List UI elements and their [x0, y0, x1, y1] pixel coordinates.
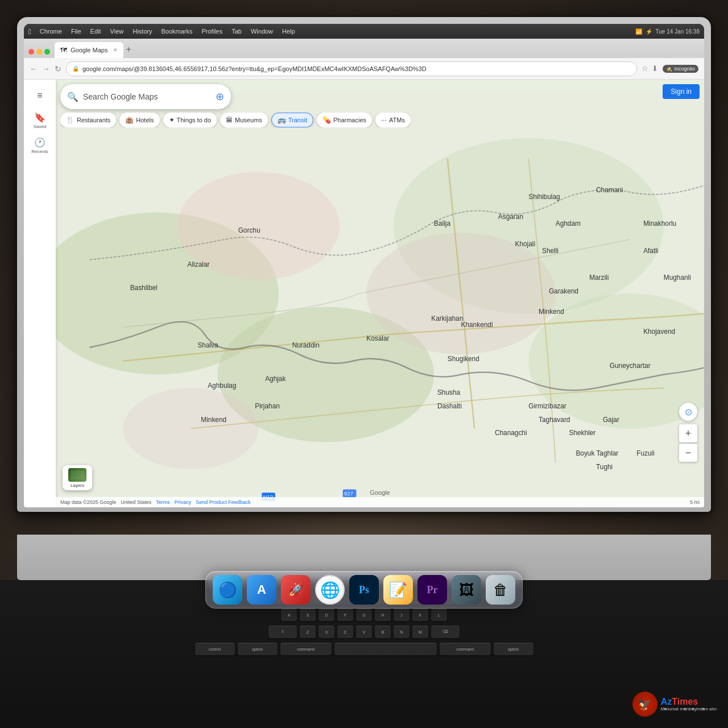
key-control[interactable]: control: [195, 643, 235, 655]
filter-label-atms: ATMs: [389, 117, 405, 123]
new-tab-button[interactable]: +: [126, 44, 131, 55]
key-c[interactable]: C: [337, 626, 353, 638]
svg-text:Girmizibazar: Girmizibazar: [528, 402, 566, 410]
download-icon[interactable]: ⬇: [652, 64, 658, 73]
dock-notes[interactable]: 📝: [383, 575, 413, 605]
key-z[interactable]: Z: [300, 626, 316, 638]
key-j[interactable]: J: [394, 609, 410, 621]
minimize-button[interactable]: [36, 49, 42, 55]
svg-text:Afatli: Afatli: [643, 247, 658, 255]
key-space[interactable]: [334, 643, 437, 655]
keyboard-row-4: control option command command option: [195, 643, 533, 655]
menu-edit[interactable]: Edit: [88, 28, 104, 35]
key-f[interactable]: F: [337, 609, 353, 621]
url-box[interactable]: 🔒 google.com/maps/@39.8136045,46.6556917…: [66, 61, 637, 76]
menu-profiles[interactable]: Profiles: [199, 28, 226, 35]
active-tab[interactable]: 🗺 Google Maps ✕: [55, 42, 123, 58]
key-n[interactable]: N: [394, 626, 410, 638]
layers-button[interactable]: Layers: [63, 465, 92, 490]
menu-help[interactable]: Help: [279, 28, 298, 35]
filter-chip-transit[interactable]: 🚌 Transit: [271, 113, 313, 127]
sidebar-saved-button[interactable]: 🔖 Saved: [28, 109, 51, 132]
premiere-icon: Pr: [427, 584, 438, 596]
dock-photoshop[interactable]: Ps: [349, 575, 379, 605]
incognito-icon: 🕵: [666, 66, 672, 72]
terms-link[interactable]: Terms: [156, 499, 170, 505]
menu-history[interactable]: History: [130, 28, 155, 35]
filter-chip-atms[interactable]: ··· ATMs: [375, 113, 411, 127]
feedback-link[interactable]: Send Product Feedback: [196, 499, 251, 505]
locate-button[interactable]: ⊙: [679, 403, 697, 421]
lock-icon: 🔒: [72, 65, 79, 72]
tab-bar: 🗺 Google Maps ✕ +: [24, 39, 704, 58]
filter-chip-restaurants[interactable]: 🍴 Restaurants: [60, 113, 116, 127]
dock-finder[interactable]: 🔵: [213, 575, 242, 605]
key-option-right[interactable]: option: [494, 643, 533, 655]
zoom-in-button[interactable]: +: [679, 424, 697, 442]
svg-text:Garakend: Garakend: [549, 287, 578, 295]
filter-label-hotels: Hotels: [136, 117, 154, 123]
svg-text:Gajar: Gajar: [603, 416, 619, 424]
menu-tab[interactable]: Tab: [229, 28, 245, 35]
svg-text:Shugikend: Shugikend: [448, 355, 479, 363]
key-a[interactable]: A: [281, 609, 297, 621]
filter-label-things: Things to do: [177, 117, 212, 123]
appstore-icon: A: [257, 582, 266, 597]
menu-view[interactable]: View: [107, 28, 127, 35]
dock-trash[interactable]: 🗑: [486, 575, 515, 605]
zoom-out-button[interactable]: −: [679, 444, 697, 462]
key-shift[interactable]: ⇧: [268, 626, 297, 638]
filter-chip-museums[interactable]: 🏛 Museums: [220, 113, 268, 127]
maximize-button[interactable]: [44, 49, 50, 55]
key-v[interactable]: V: [356, 626, 372, 638]
tab-close-icon[interactable]: ✕: [113, 47, 118, 53]
filter-chip-hotels[interactable]: 🏨 Hotels: [119, 113, 159, 127]
key-k[interactable]: K: [412, 609, 428, 621]
filter-chip-pharmacies[interactable]: 💊 Pharmacies: [317, 113, 372, 127]
key-h[interactable]: H: [375, 609, 391, 621]
svg-text:Chamani: Chamani: [596, 186, 623, 194]
dock-launchpad[interactable]: 🚀: [281, 575, 311, 605]
apple-menu-icon[interactable]: : [28, 27, 31, 36]
bookmark-icon[interactable]: ☆: [642, 64, 648, 73]
close-button[interactable]: [28, 49, 34, 55]
menu-file[interactable]: File: [68, 28, 84, 35]
svg-text:Mughanli: Mughanli: [664, 274, 691, 282]
key-g[interactable]: G: [356, 609, 372, 621]
dock-appstore[interactable]: A: [247, 575, 276, 605]
search-icon: 🔍: [67, 92, 78, 102]
menu-window[interactable]: Window: [248, 28, 276, 35]
key-command-right[interactable]: command: [440, 643, 491, 655]
forward-button[interactable]: →: [42, 64, 50, 73]
scale-label: 5 mi: [690, 499, 700, 505]
laptop-body:  Chrome File Edit View History Bookmark…: [17, 17, 711, 512]
key-d[interactable]: D: [318, 609, 334, 621]
restaurants-icon: 🍴: [66, 116, 75, 124]
key-l[interactable]: L: [431, 609, 447, 621]
sidebar-menu-button[interactable]: ≡: [28, 84, 51, 107]
dock-image-capture[interactable]: 🖼: [452, 575, 481, 605]
system-icons: 📶 ⚡ Tue 14 Jan 16:38: [635, 28, 700, 35]
menu-bookmarks[interactable]: Bookmarks: [158, 28, 195, 35]
key-s[interactable]: S: [300, 609, 316, 621]
search-box[interactable]: 🔍 Search Google Maps ⊕: [60, 84, 231, 109]
directions-icon[interactable]: ⊕: [216, 90, 224, 103]
dock-premiere[interactable]: Pr: [417, 575, 447, 605]
key-backspace[interactable]: ⌫: [431, 626, 460, 638]
back-button[interactable]: ←: [30, 64, 38, 73]
key-m[interactable]: M: [412, 626, 428, 638]
reload-button[interactable]: ↻: [55, 64, 61, 73]
saved-label: Saved: [34, 124, 47, 129]
key-option[interactable]: option: [238, 643, 278, 655]
privacy-link[interactable]: Privacy: [175, 499, 192, 505]
menu-chrome[interactable]: Chrome: [37, 28, 65, 35]
key-x[interactable]: X: [318, 626, 334, 638]
filter-chip-things[interactable]: ✦ Things to do: [163, 113, 217, 127]
key-command-left[interactable]: command: [280, 643, 332, 655]
sidebar-recents-button[interactable]: 🕐 Recents: [28, 134, 51, 157]
key-b[interactable]: B: [375, 626, 391, 638]
map-canvas[interactable]: Bashlibel Alizalar Gorchu Shalva Aghbula…: [56, 80, 704, 507]
signin-button[interactable]: Sign in: [663, 84, 700, 99]
dock-chrome[interactable]: 🌐: [315, 575, 345, 605]
search-input[interactable]: Search Google Maps: [83, 92, 211, 101]
